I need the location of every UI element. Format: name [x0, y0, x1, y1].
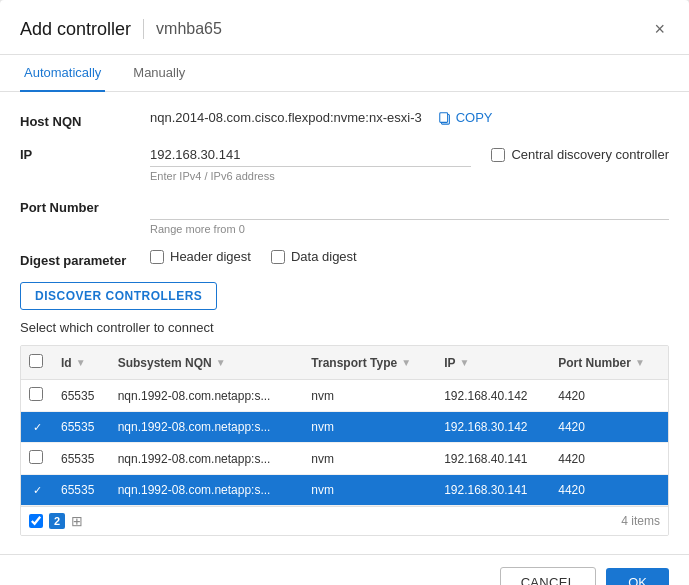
close-button[interactable]: × [650, 18, 669, 40]
row-3-subsystem: nqn.1992-08.com.netapp:s... [110, 443, 304, 475]
controllers-table: Id ▼ Subsystem NQN ▼ Tra [21, 346, 668, 506]
copy-button[interactable]: COPY [438, 110, 493, 125]
row-2-id: 65535 [53, 412, 110, 443]
dialog-footer: CANCEL OK [0, 554, 689, 585]
cancel-button[interactable]: CANCEL [500, 567, 597, 585]
col-header-id: Id ▼ [53, 346, 110, 380]
svg-rect-1 [439, 112, 447, 122]
host-nqn-row: Host NQN nqn.2014-08.com.cisco.flexpod:n… [20, 110, 669, 129]
row-3-checkbox[interactable] [29, 450, 43, 464]
transport-filter-icon[interactable]: ▼ [401, 357, 411, 368]
row-1-subsystem: nqn.1992-08.com.netapp:s... [110, 380, 304, 412]
col-header-ip: IP ▼ [436, 346, 550, 380]
dialog-title: Add controller [20, 19, 131, 40]
id-filter-icon[interactable]: ▼ [76, 357, 86, 368]
discover-controllers-button[interactable]: DISCOVER CONTROLLERS [20, 282, 217, 310]
table-row[interactable]: 65535 nqn.1992-08.com.netapp:s... nvm 19… [21, 443, 668, 475]
port-number-hint: Range more from 0 [150, 223, 669, 235]
dialog-header: Add controller vmhba65 × [0, 0, 689, 55]
row-checkbox-cell[interactable]: ✓ [21, 475, 53, 506]
row-1-ip: 192.168.40.142 [436, 380, 550, 412]
central-discovery-checkbox[interactable] [491, 148, 505, 162]
row-2-ip: 192.168.30.142 [436, 412, 550, 443]
tabs-container: Automatically Manually [0, 55, 689, 92]
footer-checkbox[interactable] [29, 514, 43, 528]
row-1-id: 65535 [53, 380, 110, 412]
row-2-checkbox-checked[interactable]: ✓ [29, 419, 45, 435]
row-3-ip: 192.168.40.141 [436, 443, 550, 475]
table-row[interactable]: ✓ 65535 nqn.1992-08.com.netapp:s... nvm … [21, 475, 668, 506]
data-digest-label[interactable]: Data digest [271, 249, 357, 264]
port-number-label: Port Number [20, 196, 150, 215]
ip-hint: Enter IPv4 / IPv6 address [150, 170, 471, 182]
header-digest-checkbox[interactable] [150, 250, 164, 264]
tab-manually[interactable]: Manually [129, 55, 189, 92]
row-4-id: 65535 [53, 475, 110, 506]
port-number-row: Port Number Range more from 0 [20, 196, 669, 235]
row-3-id: 65535 [53, 443, 110, 475]
row-4-subsystem: nqn.1992-08.com.netapp:s... [110, 475, 304, 506]
row-4-transport: nvm [303, 475, 436, 506]
host-nqn-value: nqn.2014-08.com.cisco.flexpod:nvme:nx-es… [150, 110, 422, 125]
ip-input[interactable] [150, 143, 471, 167]
tab-automatically[interactable]: Automatically [20, 55, 105, 92]
controllers-table-container: Id ▼ Subsystem NQN ▼ Tra [20, 345, 669, 536]
row-checkbox-cell[interactable] [21, 380, 53, 412]
host-nqn-label: Host NQN [20, 110, 150, 129]
ip-filter-icon[interactable]: ▼ [459, 357, 469, 368]
digest-label: Digest parameter [20, 249, 150, 268]
row-checkbox-cell[interactable] [21, 443, 53, 475]
select-label: Select which controller to connect [20, 320, 669, 335]
row-4-ip: 192.168.30.141 [436, 475, 550, 506]
data-digest-checkbox[interactable] [271, 250, 285, 264]
copy-icon [438, 111, 452, 125]
row-3-port: 4420 [550, 443, 668, 475]
items-count: 4 items [621, 514, 660, 528]
col-select-all[interactable] [21, 346, 53, 380]
table-row[interactable]: 65535 nqn.1992-08.com.netapp:s... nvm 19… [21, 380, 668, 412]
title-divider [143, 19, 144, 39]
row-2-subsystem: nqn.1992-08.com.netapp:s... [110, 412, 304, 443]
col-header-transport-type: Transport Type ▼ [303, 346, 436, 380]
digest-row: Digest parameter Header digest Data dige… [20, 249, 669, 268]
row-3-transport: nvm [303, 443, 436, 475]
table-footer: 2 ⊞ 4 items [21, 506, 668, 535]
ip-form-row: IP Enter IPv4 / IPv6 address Central dis… [20, 143, 669, 182]
row-2-port: 4420 [550, 412, 668, 443]
add-controller-dialog: Add controller vmhba65 × Automatically M… [0, 0, 689, 585]
select-all-checkbox[interactable] [29, 354, 43, 368]
row-1-port: 4420 [550, 380, 668, 412]
row-1-transport: nvm [303, 380, 436, 412]
row-checkbox-cell[interactable]: ✓ [21, 412, 53, 443]
row-1-checkbox[interactable] [29, 387, 43, 401]
dialog-subtitle: vmhba65 [156, 20, 222, 38]
subsystem-filter-icon[interactable]: ▼ [216, 357, 226, 368]
ip-label: IP [20, 143, 150, 162]
columns-icon[interactable]: ⊞ [71, 513, 83, 529]
row-4-port: 4420 [550, 475, 668, 506]
row-2-transport: nvm [303, 412, 436, 443]
col-header-subsystem-nqn: Subsystem NQN ▼ [110, 346, 304, 380]
selected-count-badge: 2 [49, 513, 65, 529]
central-discovery-checkbox-label[interactable]: Central discovery controller [491, 147, 669, 162]
row-4-checkbox-checked[interactable]: ✓ [29, 482, 45, 498]
ok-button[interactable]: OK [606, 568, 669, 585]
port-filter-icon[interactable]: ▼ [635, 357, 645, 368]
table-header-row: Id ▼ Subsystem NQN ▼ Tra [21, 346, 668, 380]
port-number-input[interactable] [150, 196, 669, 220]
dialog-body: Host NQN nqn.2014-08.com.cisco.flexpod:n… [0, 92, 689, 554]
col-header-port-number: Port Number ▼ [550, 346, 668, 380]
header-digest-label[interactable]: Header digest [150, 249, 251, 264]
table-row[interactable]: ✓ 65535 nqn.1992-08.com.netapp:s... nvm … [21, 412, 668, 443]
